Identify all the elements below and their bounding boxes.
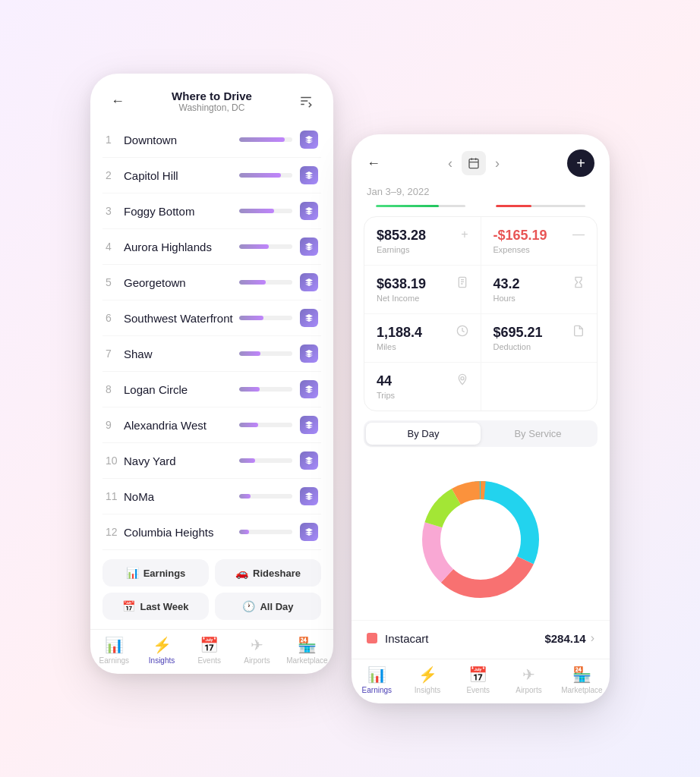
right-header: ← ‹ › + <box>352 134 610 186</box>
list-item[interactable]: 9 Alexandria West <box>102 407 321 443</box>
list-item[interactable]: 11 NoMa <box>102 479 321 514</box>
loc-name: Logan Circle <box>124 383 239 396</box>
svg-rect-3 <box>469 159 478 168</box>
add-earnings-icon[interactable]: + <box>461 228 468 241</box>
left-phone: ← Where to Drive Washington, DC 1 Downto… <box>90 74 333 674</box>
loc-number: 12 <box>106 526 124 538</box>
back-button[interactable]: ← <box>106 89 130 113</box>
location-icon <box>300 344 318 363</box>
tab-by-service[interactable]: By Service <box>481 423 595 445</box>
nav-item-airports[interactable]: ✈ Airports <box>238 636 275 665</box>
loc-bar <box>239 209 274 213</box>
filter-icon: 📅 <box>122 600 135 612</box>
loc-bar-wrap <box>239 316 292 320</box>
next-button[interactable]: › <box>495 156 500 171</box>
prev-button[interactable]: ‹ <box>448 156 452 171</box>
back-button-right[interactable]: ← <box>367 156 380 171</box>
filter-button[interactable]: 🚗 Rideshare <box>215 559 321 587</box>
page-title: Where to Drive <box>172 90 252 102</box>
chevron-right-icon: › <box>591 631 594 645</box>
filter-label: Earnings <box>143 568 186 579</box>
net-income-cell: $638.19 Net Income <box>364 266 481 313</box>
svg-point-12 <box>461 377 464 380</box>
miles-cell: 1,188.4 Miles <box>364 314 481 362</box>
service-left: Instacart <box>367 632 429 645</box>
nav-item-earnings[interactable]: 📊 Earnings <box>96 636 132 665</box>
loc-bar <box>239 458 255 463</box>
loc-name: Aurora Highlands <box>124 241 239 253</box>
nav-label: Insights <box>149 656 175 665</box>
loc-name: Capitol Hill <box>124 169 239 182</box>
loc-name: Southwest Waterfront <box>124 312 239 325</box>
service-dot <box>367 633 377 643</box>
nav-label: Marketplace <box>286 656 327 665</box>
location-icon <box>300 416 318 434</box>
list-item[interactable]: 12 Columbia Heights <box>102 514 321 550</box>
service-item[interactable]: Instacart $284.14 › <box>352 620 610 656</box>
nav-label: Earnings <box>362 686 392 694</box>
loc-bar-wrap <box>239 494 292 499</box>
loc-bar <box>239 387 260 392</box>
filter-button[interactable]: 🕐 All Day <box>215 593 321 620</box>
filter-icon: 🚗 <box>235 567 248 579</box>
nav-icon: ⚡ <box>153 636 172 654</box>
loc-bar <box>239 244 269 249</box>
list-item[interactable]: 4 Aurora Highlands <box>102 229 321 265</box>
hours-cell: 43.2 Hours <box>481 266 598 313</box>
nav-item-airports[interactable]: ✈ Airports <box>510 665 547 694</box>
filter-section: 📊 Earnings🚗 Rideshare📅 Last Week🕐 All Da… <box>90 550 333 626</box>
list-item[interactable]: 10 Navy Yard <box>102 443 321 479</box>
nav-icon: 📅 <box>468 665 487 684</box>
add-button[interactable]: + <box>567 149 594 177</box>
left-header: ← Where to Drive Washington, DC <box>90 74 333 122</box>
loc-bar <box>239 137 285 142</box>
earnings-label: Earnings <box>377 245 426 254</box>
nav-item-marketplace[interactable]: 🏪 Marketplace <box>561 665 602 694</box>
list-item[interactable]: 3 Foggy Bottom <box>102 193 321 229</box>
nav-label: Earnings <box>99 656 129 665</box>
list-item[interactable]: 6 Southwest Waterfront <box>102 300 321 336</box>
nav-item-insights[interactable]: ⚡ Insights <box>409 665 446 694</box>
sort-button[interactable] <box>294 89 318 113</box>
filter-label: All Day <box>260 601 293 612</box>
minus-expenses-icon[interactable]: — <box>572 228 585 241</box>
hours-value: 43.2 <box>493 276 520 292</box>
nav-item-insights[interactable]: ⚡ Insights <box>143 636 180 665</box>
loc-name: Columbia Heights <box>124 526 239 539</box>
nav-item-earnings[interactable]: 📊 Earnings <box>358 665 395 694</box>
empty-cell <box>481 363 598 411</box>
loc-number: 11 <box>106 490 124 502</box>
filter-button[interactable]: 📅 Last Week <box>102 593 209 620</box>
tab-by-day[interactable]: By Day <box>366 423 481 445</box>
list-item[interactable]: 8 Logan Circle <box>102 372 321 407</box>
svg-point-18 <box>441 500 520 579</box>
donut-chart <box>352 456 610 620</box>
nav-item-events[interactable]: 📅 Events <box>191 636 228 665</box>
list-item[interactable]: 2 Capitol Hill <box>102 158 321 193</box>
calendar-button[interactable] <box>462 151 486 175</box>
nav-item-events[interactable]: 📅 Events <box>460 665 497 694</box>
loc-bar-wrap <box>239 423 292 427</box>
service-amount: $284.14 <box>544 632 585 645</box>
service-name: Instacart <box>385 632 429 645</box>
filter-button[interactable]: 📊 Earnings <box>102 559 209 587</box>
nav-label: Events <box>466 686 490 694</box>
loc-bar-wrap <box>239 351 292 356</box>
nav-icon: ✈ <box>522 665 535 684</box>
list-item[interactable]: 1 Downtown <box>102 122 321 158</box>
nav-label: Airports <box>516 686 541 694</box>
loc-bar-wrap <box>239 173 292 178</box>
trips-label: Trips <box>377 391 395 400</box>
list-item[interactable]: 5 Georgetown <box>102 265 321 300</box>
loc-bar <box>239 316 263 320</box>
nav-item-marketplace[interactable]: 🏪 Marketplace <box>286 636 327 665</box>
loc-number: 3 <box>106 205 124 217</box>
location-icon <box>300 487 318 505</box>
nav-icon: ⚡ <box>418 665 437 684</box>
loc-bar <box>239 423 258 427</box>
list-item[interactable]: 7 Shaw <box>102 336 321 372</box>
loc-name: Alexandria West <box>124 419 239 432</box>
filter-icon: 🕐 <box>242 600 255 612</box>
nav-icon: 📅 <box>200 636 219 654</box>
left-bottom-nav: 📊 Earnings⚡ Insights📅 Events✈ Airports🏪 … <box>90 629 333 674</box>
